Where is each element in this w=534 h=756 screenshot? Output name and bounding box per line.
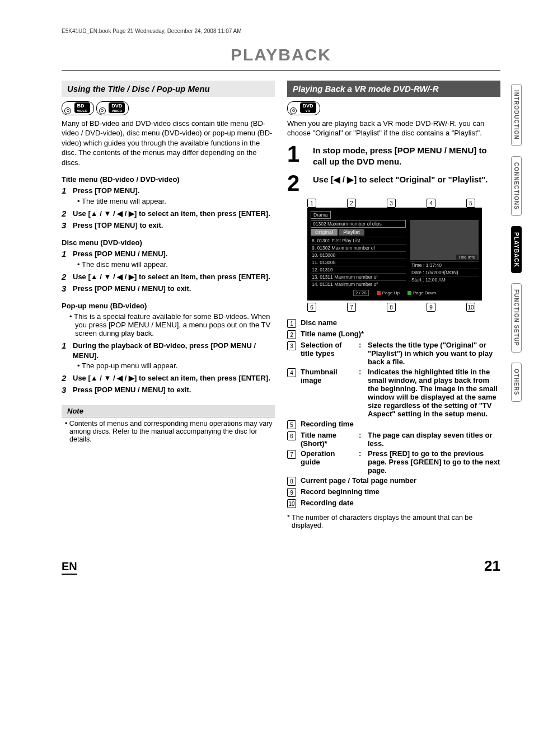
dvd-type-tabs: Original Playlist	[311, 229, 406, 236]
dvd-sub: VIDEO	[111, 109, 122, 112]
big-step-2-num: 2	[287, 173, 305, 193]
dvd-list-item[interactable]: 12. 01310	[311, 266, 406, 273]
callout-3: 3	[387, 199, 396, 208]
popup-menu-subhead: Pop-up menu (BD-video)	[62, 302, 275, 310]
dvd-list-item[interactable]: 14. 01311 Maximum number of	[311, 280, 406, 288]
callout-9: 9	[427, 303, 435, 312]
bd-video-badge: BDVIDEO	[62, 101, 94, 115]
page-title: PLAYBACK	[62, 45, 500, 64]
dvd-vr-badge: DVDVR	[287, 101, 320, 115]
note-box: Note Contents of menus and corresponding…	[62, 405, 275, 443]
dvd-disc-name: Drama	[311, 211, 331, 219]
disc-step-1-bullet: The disc menu will appear.	[77, 260, 275, 269]
tab-connections[interactable]: CONNECTIONS	[511, 156, 522, 216]
left-section-head: Using the Title / Disc / Pop-up Menu	[62, 81, 275, 97]
footer: EN 21	[62, 557, 500, 575]
legend-9: Record beginning time	[301, 487, 380, 496]
dvd-thumb-label: Title Info	[456, 255, 477, 260]
title-step-2: 2Use [▲ / ▼ / ◀ / ▶] to select an item, …	[62, 209, 275, 219]
footnote: * The number of characters displays the …	[287, 514, 500, 529]
callout-10: 10	[466, 303, 475, 312]
disc-icon	[290, 107, 297, 114]
side-tabs: INTRODUCTION CONNECTIONS PLAYBACK FUNCTI…	[511, 84, 522, 402]
content-columns: Using the Title / Disc / Pop-up Menu BDV…	[62, 81, 500, 529]
tab-playback[interactable]: PLAYBACK	[511, 226, 522, 274]
callouts-bottom: 6 7 8 9 10	[307, 303, 475, 312]
dvd-tab-original[interactable]: Original	[311, 229, 338, 236]
right-section-head: Playing Back a VR mode DVD-RW/-R	[287, 81, 500, 97]
popup-step-1-bullet: The pop-up menu will appear.	[77, 361, 275, 370]
disc-badges: BDVIDEO DVDVIDEO	[62, 101, 275, 115]
legend-5: Recording time	[301, 420, 354, 428]
dvd-info-start: Start : 12:00 AM	[410, 276, 479, 283]
legend-7-desc: Press [RED] to go to the previous page. …	[368, 449, 500, 475]
bd-label: BD	[77, 103, 85, 109]
callout-6: 6	[307, 303, 316, 312]
legend-1: Disc name	[301, 318, 337, 327]
legend-box-4: 4	[287, 368, 296, 377]
callout-2: 2	[347, 199, 356, 208]
disc-icon	[99, 107, 106, 114]
popup-step-2: 2Use [▲ / ▼ / ◀ / ▶] to select an item, …	[62, 373, 275, 383]
dvd-info-date: Date : 1/5/2009(MON)	[410, 269, 479, 276]
legend-4-lbl: Thumbnail image	[301, 368, 354, 384]
right-intro: When you are playing back a VR mode DVD-…	[287, 119, 500, 138]
legend-box-3: 3	[287, 341, 296, 350]
dvd-list-item[interactable]: 11. 013008	[311, 259, 406, 266]
disc-icon	[64, 107, 71, 114]
lang-code: EN	[62, 560, 77, 575]
dvd-list-item[interactable]: 10. 013008	[311, 251, 406, 259]
big-step-1-num: 1	[287, 144, 305, 164]
big-step-1: 1 In stop mode, press [POP MENU / MENU] …	[287, 144, 500, 168]
legend-4-desc: Indicates the highlighted title in the s…	[368, 368, 500, 418]
left-column: Using the Title / Disc / Pop-up Menu BDV…	[62, 81, 275, 529]
dvd-tab-playlist[interactable]: Playlist	[339, 229, 364, 236]
dvd-list-item[interactable]: 9. 01302 Maximum number of	[311, 244, 406, 251]
dvd-vr-label: DVD	[303, 103, 313, 109]
dvd-right-panel: Title Info Time : 1:37:40 Date : 1/5/200…	[410, 220, 479, 288]
dvd-screen: Drama 01302 Maximum number of clips Orig…	[307, 208, 482, 300]
title-rule	[62, 70, 500, 71]
legend-6-lbl: Title name (Short)*	[301, 431, 354, 448]
note-body: Contents of menus and corresponding menu…	[62, 417, 275, 443]
page-number: 21	[484, 557, 500, 575]
disc-step-1: 1Press [POP MENU / MENU].	[62, 249, 275, 259]
legend-box-6: 6	[287, 431, 296, 440]
title-menu-subhead: Title menu (BD-video / DVD-video)	[62, 175, 275, 184]
popup-step-1: 1During the playback of BD-video, press …	[62, 341, 275, 360]
big-step-2: 2 Use [◀ / ▶] to select "Original" or "P…	[287, 173, 500, 193]
bd-sub: VIDEO	[77, 109, 88, 112]
dvd-vr-badge-row: DVDVR	[287, 101, 500, 115]
callout-7: 7	[347, 303, 356, 312]
legend-6-desc: The page can display seven titles or les…	[368, 431, 500, 448]
dvd-list-item[interactable]: 8. 01301 First Play List	[311, 237, 406, 244]
title-step-1-bullet: The title menu will appear.	[77, 197, 275, 205]
note-head: Note	[62, 405, 275, 417]
tab-function-setup[interactable]: FUNCTION SETUP	[511, 283, 522, 353]
tab-introduction[interactable]: INTRODUCTION	[511, 84, 522, 146]
legend: 1Disc name 2Title name (Long)* 3Selectio…	[287, 318, 500, 508]
legend-3-desc: Selects the title type ("Original" or "P…	[368, 341, 500, 366]
page-up-button[interactable]: Page Up	[377, 290, 400, 295]
dvd-vr-sub: VR	[303, 109, 313, 112]
popup-step-3: 3Press [POP MENU / MENU] to exit.	[62, 385, 275, 395]
legend-10: Recording date	[301, 499, 354, 507]
dvd-pager: 2 / 28 Page Up Page Down	[311, 290, 479, 296]
legend-8: Current page / Total page number	[301, 476, 416, 485]
red-square-icon	[377, 291, 381, 295]
legend-box-7: 7	[287, 450, 296, 459]
legend-box-1: 1	[287, 319, 296, 328]
legend-box-10: 10	[287, 499, 296, 508]
print-header: E5K41UD_EN.book Page 21 Wednesday, Decem…	[62, 28, 500, 34]
dvd-menu-figure: 1 2 3 4 5 Drama 01302 Maximum number of …	[307, 199, 500, 312]
title-step-1: 1Press [TOP MENU].	[62, 186, 275, 196]
right-column: Playing Back a VR mode DVD-RW/-R DVDVR W…	[287, 81, 500, 529]
dvd-label: DVD	[111, 103, 122, 109]
page-down-button[interactable]: Page Down	[407, 290, 436, 295]
big-step-1-text: In stop mode, press [POP MENU / MENU] to…	[313, 144, 500, 168]
tab-others[interactable]: OTHERS	[511, 363, 522, 402]
popup-intro: This is a special feature available for …	[69, 312, 275, 337]
dvd-title-long: 01302 Maximum number of clips	[311, 220, 406, 228]
legend-box-8: 8	[287, 477, 296, 486]
dvd-list-item[interactable]: 13. 01311 Maximum number of	[311, 273, 406, 280]
